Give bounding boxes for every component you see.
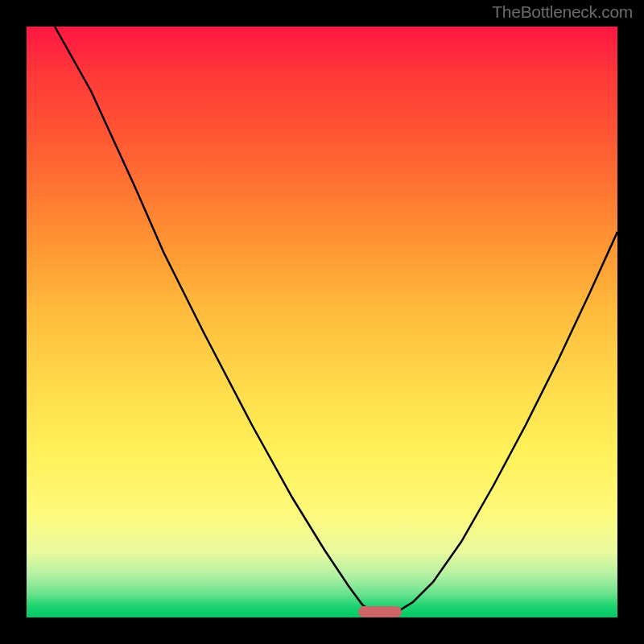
chart-plot-area	[27, 27, 617, 617]
optimal-marker	[358, 606, 402, 617]
bottleneck-curve	[27, 27, 617, 617]
watermark-text: TheBottleneck.com	[492, 2, 633, 22]
